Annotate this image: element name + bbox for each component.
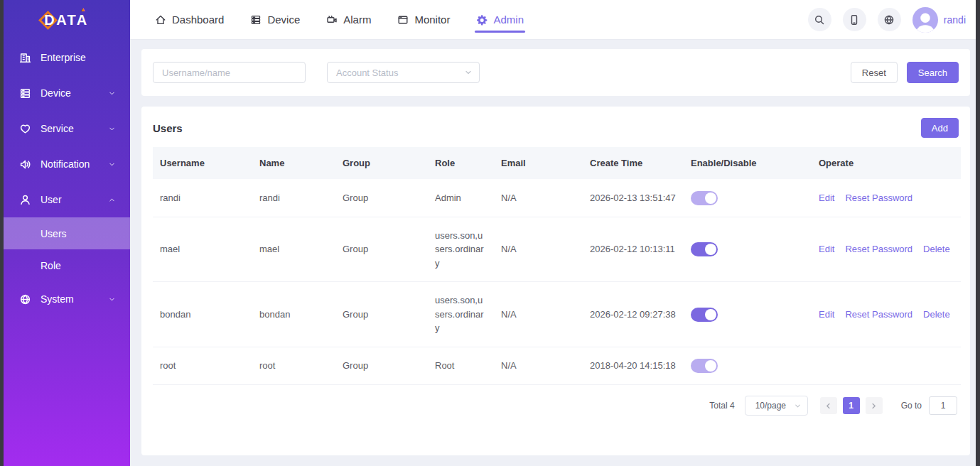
cell-email: N/A [494, 282, 583, 347]
cell-create-time: 2026-02-12 09:27:38 [583, 282, 684, 347]
username-filter-input[interactable] [153, 62, 306, 83]
sidebar-item-notification[interactable]: Notification [0, 146, 130, 182]
sidebar-item-user[interactable]: User [0, 182, 130, 217]
next-page-button[interactable] [866, 397, 883, 414]
users-table: UsernameNameGroupRoleEmailCreate TimeEna… [153, 147, 961, 385]
app-window: DATA EnterpriseDeviceServiceNotification… [0, 0, 980, 466]
brand-logo-text: DATA [44, 12, 89, 28]
search-button[interactable] [808, 8, 831, 31]
sidebar-item-system[interactable]: System [0, 281, 130, 317]
prev-page-button[interactable] [820, 397, 837, 414]
top-nav: DashboardDeviceAlarmMonitorAdmin [155, 0, 524, 39]
account-status-select[interactable]: Account Status [327, 62, 480, 83]
goto-label: Go to [901, 401, 922, 411]
sidebar-subitem-label: Users [41, 228, 67, 239]
tab-label: Monitor [414, 13, 450, 26]
user-menu[interactable]: randi [912, 7, 966, 33]
sidebar-item-enterprise[interactable]: Enterprise [0, 40, 130, 75]
cell-name: bondan [252, 282, 335, 347]
tab-device[interactable]: Device [250, 0, 300, 39]
cell-operate [812, 347, 961, 385]
column-header-email: Email [494, 147, 583, 179]
page-1-button[interactable]: 1 [843, 397, 860, 414]
sidebar-item-label: Device [41, 87, 108, 99]
cell-username: root [153, 347, 252, 385]
phone-button[interactable] [843, 8, 866, 31]
cell-operate: EditReset Password [812, 179, 961, 217]
goto-page-input[interactable] [929, 396, 957, 415]
reset-password-link[interactable]: Reset Password [845, 244, 912, 254]
person-icon [19, 194, 31, 206]
column-header-role: Role [428, 147, 494, 179]
tab-label: Device [267, 13, 300, 26]
column-header-enable-disable: Enable/Disable [684, 147, 812, 179]
tab-dashboard[interactable]: Dashboard [155, 0, 224, 39]
chevron-down-icon [108, 296, 116, 303]
add-button[interactable]: Add [921, 118, 959, 138]
reset-button[interactable]: Reset [851, 62, 898, 83]
search-button[interactable]: Search [907, 62, 959, 83]
main-column: DashboardDeviceAlarmMonitorAdmin randi [130, 0, 980, 466]
globe-icon [883, 14, 895, 26]
tab-admin[interactable]: Admin [476, 0, 524, 39]
sidebar-item-service[interactable]: Service [0, 111, 130, 146]
sidebar-subitem-role[interactable]: Role [0, 249, 130, 281]
edit-link[interactable]: Edit [819, 193, 834, 203]
chevron-up-icon [108, 196, 116, 204]
user-name: randi [944, 14, 966, 26]
cell-group: Group [335, 217, 428, 282]
sidebar-subitem-label: Role [41, 260, 61, 271]
globe-button[interactable] [878, 8, 901, 31]
chevron-down-icon [108, 90, 116, 97]
cell-name: randi [252, 179, 335, 217]
enable-toggle[interactable] [691, 191, 718, 205]
avatar [912, 7, 938, 33]
brand-logo[interactable]: DATA [0, 0, 130, 40]
tab-monitor[interactable]: Monitor [397, 0, 450, 39]
delete-link[interactable]: Delete [923, 309, 950, 320]
cell-group: Group [335, 179, 428, 217]
cell-create-time: 2026-02-12 10:13:11 [583, 217, 684, 282]
sidebar-item-label: System [41, 293, 108, 305]
cell-enable-disable [684, 217, 812, 282]
chevron-down-icon [108, 125, 116, 133]
toggle-knob [705, 309, 716, 320]
tab-alarm[interactable]: Alarm [326, 0, 371, 39]
enable-toggle[interactable] [691, 242, 718, 256]
sidebar-item-label: Notification [41, 158, 108, 170]
home-icon [155, 14, 166, 26]
tab-label: Dashboard [172, 13, 224, 26]
table-header-row: UsernameNameGroupRoleEmailCreate TimeEna… [153, 147, 961, 179]
table-row: rootrootGroupRootN/A2018-04-20 14:15:18 [153, 347, 961, 385]
sidebar-subitem-users[interactable]: Users [0, 217, 130, 249]
cell-role: users.son,users.ordinary [428, 282, 494, 347]
tab-label: Alarm [343, 13, 371, 26]
filter-panel: Account Status Reset Search [141, 49, 970, 96]
enable-toggle[interactable] [691, 308, 718, 322]
alarm-icon [326, 14, 338, 26]
chevron-down-icon [464, 68, 473, 77]
edit-link[interactable]: Edit [819, 309, 834, 320]
delete-link[interactable]: Delete [923, 244, 950, 254]
page-size-select[interactable]: 10/page [745, 396, 808, 416]
building-icon [19, 52, 31, 64]
chevron-right-icon [870, 402, 878, 410]
server-icon [19, 87, 31, 99]
reset-password-link[interactable]: Reset Password [845, 193, 912, 203]
enable-toggle[interactable] [691, 359, 718, 373]
page-size-value: 10/page [755, 401, 786, 411]
edit-link[interactable]: Edit [819, 244, 834, 254]
chevron-down-icon [108, 161, 116, 168]
table-row: maelmaelGroupusers.son,users.ordinaryN/A… [153, 217, 961, 282]
cell-enable-disable [684, 282, 812, 347]
cell-name: mael [252, 217, 335, 282]
sidebar-item-label: User [41, 194, 108, 205]
cell-email: N/A [494, 179, 583, 217]
sidebar-item-device[interactable]: Device [0, 75, 130, 111]
panel-title: Users [153, 122, 183, 134]
cell-create-time: 2026-02-13 13:51:47 [583, 179, 684, 217]
reset-password-link[interactable]: Reset Password [845, 309, 912, 320]
gear-icon [476, 14, 488, 26]
header-actions: randi [808, 7, 966, 33]
column-header-operate: Operate [812, 147, 961, 179]
